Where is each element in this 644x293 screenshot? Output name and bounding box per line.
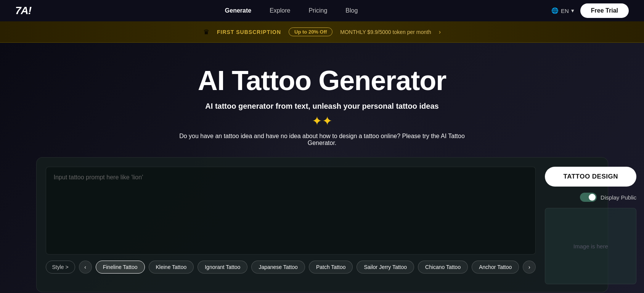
toggle-knob	[589, 194, 596, 201]
nav-link-pricing[interactable]: Pricing	[308, 7, 327, 14]
navigation: 7A! Generate Explore Pricing Blog 🌐 EN ▾…	[0, 0, 644, 21]
nav-link-explore[interactable]: Explore	[270, 7, 290, 14]
style-pill-chicano[interactable]: Chicano Tattoo	[418, 261, 468, 274]
style-label-button[interactable]: Style >	[46, 261, 75, 274]
prompt-textarea[interactable]	[46, 167, 536, 254]
style-pill-patch[interactable]: Patch Tattoo	[309, 261, 353, 274]
language-selector[interactable]: 🌐 EN ▾	[551, 7, 574, 14]
chevron-down-icon: ▾	[571, 7, 574, 14]
image-preview: Image is here	[545, 208, 636, 284]
lang-label: EN	[561, 8, 569, 14]
promo-banner[interactable]: ♛ FIRST SUBSCRIPTION Up to 20% Off MONTH…	[0, 21, 644, 43]
left-panel: Style > ‹ Fineline Tattoo Kleine Tattoo …	[46, 167, 536, 284]
tool-container: Style > ‹ Fineline Tattoo Kleine Tattoo …	[36, 157, 608, 292]
banner-subscription-label: FIRST SUBSCRIPTION	[217, 29, 281, 35]
style-pill-anchor[interactable]: Anchor Tattoo	[472, 261, 519, 274]
hero-description: Do you have an tattoo idea and have no i…	[170, 133, 475, 146]
image-placeholder-text: Image is here	[573, 243, 608, 250]
style-pill-ignorant[interactable]: Ignorant Tattoo	[198, 261, 247, 274]
display-public-label: Display Public	[601, 194, 636, 201]
free-trial-button[interactable]: Free Trial	[580, 3, 629, 18]
display-public-toggle[interactable]	[580, 193, 597, 202]
style-pill-kleine[interactable]: Kleine Tattoo	[149, 261, 194, 274]
logo[interactable]: 7A!	[15, 5, 31, 17]
banner-discount-badge: Up to 20% Off	[289, 27, 332, 36]
tattoo-design-button[interactable]: TATTOO DESIGN	[545, 167, 636, 187]
hero-content: AI Tattoo Generator AI tattoo generator …	[170, 43, 475, 146]
carousel-next-button[interactable]: ›	[523, 261, 536, 274]
sparkle-icon: ✦✦	[170, 114, 475, 128]
hero-subtitle: AI tattoo generator from text, unleash y…	[170, 102, 475, 111]
crown-icon: ♛	[203, 28, 209, 36]
style-pill-fineline[interactable]: Fineline Tattoo	[96, 261, 145, 274]
style-pill-japanese[interactable]: Japanese Tattoo	[251, 261, 305, 274]
right-panel: TATTOO DESIGN Display Public Image is he…	[545, 167, 636, 284]
globe-icon: 🌐	[551, 7, 559, 14]
nav-links: Generate Explore Pricing Blog	[225, 7, 358, 14]
banner-price-text: MONTHLY $9.9/5000 token per month	[340, 29, 431, 35]
nav-link-generate[interactable]: Generate	[225, 7, 251, 14]
nav-right: 🌐 EN ▾ Free Trial	[551, 3, 629, 18]
hero-title: AI Tattoo Generator	[170, 66, 475, 96]
hero-section: AI Tattoo Generator AI tattoo generator …	[0, 43, 644, 293]
banner-arrow-icon: ›	[439, 29, 441, 35]
carousel-prev-button[interactable]: ‹	[79, 261, 92, 274]
nav-link-blog[interactable]: Blog	[345, 7, 358, 14]
style-row: Style > ‹ Fineline Tattoo Kleine Tattoo …	[46, 261, 536, 274]
style-pill-sailor-jerry[interactable]: Sailor Jerry Tattoo	[357, 261, 414, 274]
display-public-row: Display Public	[580, 193, 636, 202]
